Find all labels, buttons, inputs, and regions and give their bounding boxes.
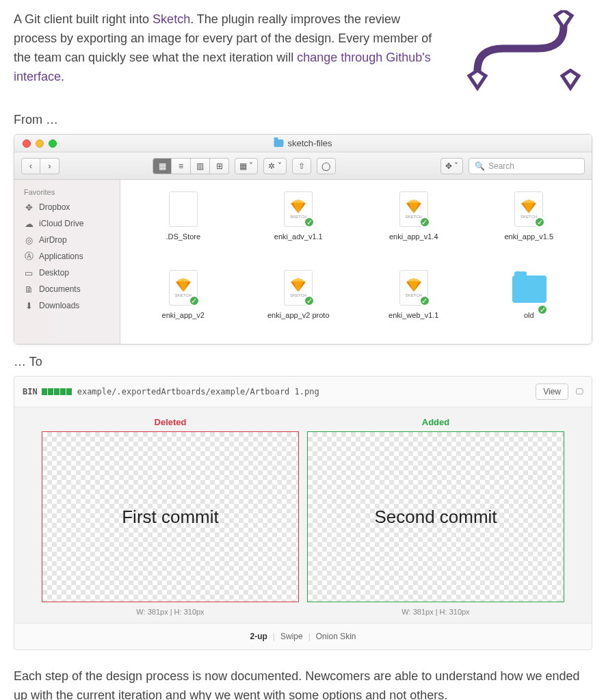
file-name: enki_adv_v1.1 (274, 232, 323, 241)
share-button[interactable]: ⇧ (292, 158, 311, 174)
from-label: From … (14, 113, 592, 127)
sidebar-item-downloads[interactable]: ⬇Downloads (14, 297, 120, 314)
sketch-file-icon: SKETCH✓ (399, 191, 428, 227)
action-button[interactable]: ✲ ˅ (263, 158, 286, 174)
window-title: sketch-files (287, 138, 332, 148)
finder-sidebar: Favorites ✥Dropbox☁iCloud Drive◎AirDropⒶ… (14, 180, 120, 344)
file-item[interactable]: SKETCH✓enki_app_v2 (127, 269, 239, 344)
diff-tab-swipe[interactable]: Swipe (275, 632, 308, 641)
sidebar-item-applications[interactable]: ⒶApplications (14, 248, 120, 265)
fullscreen-icon[interactable]: 🖵 (575, 387, 583, 396)
folder-icon (274, 139, 283, 147)
desktop-icon: ▭ (24, 268, 34, 278)
file-name: .DS_Store (166, 232, 200, 241)
search-input[interactable]: 🔍 Search (469, 158, 585, 174)
sidebar-item-dropbox[interactable]: ✥Dropbox (14, 199, 120, 215)
blank-file-icon (169, 191, 198, 227)
added-label: Added (307, 417, 564, 431)
files-grid: .DS_StoreSKETCH✓enki_adv_v1.1SKETCH✓enki… (120, 180, 592, 344)
sync-check-icon: ✓ (419, 217, 430, 228)
sketch-file-icon: SKETCH✓ (284, 191, 313, 227)
sketch-file-icon: SKETCH✓ (284, 270, 313, 306)
diff-tab-2-up[interactable]: 2-up (245, 632, 273, 641)
file-name: enki_app_v2 (162, 311, 205, 319)
bin-label: BIN (23, 387, 38, 396)
sketch-file-icon: SKETCH✓ (514, 191, 543, 227)
deleted-image-text: First commit (122, 507, 219, 528)
view-button[interactable]: View (536, 383, 568, 400)
file-item[interactable]: SKETCH✓enki_app_v1.4 (358, 190, 470, 265)
diff-file-path: example/.exportedArtboards/example/Artbo… (77, 387, 536, 396)
sketch-file-icon: SKETCH✓ (169, 270, 198, 306)
file-name: enki_app_v2 proto (267, 311, 330, 319)
intro-text-c: . (61, 70, 64, 83)
to-label: … To (14, 355, 592, 369)
arrange-button[interactable]: ▦ ˅ (235, 158, 258, 174)
git-sketch-logo (456, 10, 592, 92)
file-item[interactable]: SKETCH✓enki_app_v2 proto (243, 269, 355, 344)
list-view-button[interactable]: ≡ (172, 158, 191, 174)
view-mode-segment: ▦ ≡ ▥ ⊞ (153, 158, 229, 174)
search-placeholder: Search (488, 161, 514, 171)
added-dimensions: W: 381px | H: 310px (307, 602, 564, 619)
deleted-image: First commit (42, 431, 299, 602)
svg-marker-0 (469, 70, 486, 88)
finder-window: sketch-files ‹ › ▦ ≡ ▥ ⊞ ▦ ˅ ✲ ˅ ⇧ ◯ ✥ ˅… (14, 134, 592, 345)
diff-header: BIN example/.exportedArtboards/example/A… (14, 377, 592, 407)
file-item[interactable]: .DS_Store (127, 190, 239, 265)
file-item[interactable]: SKETCH✓enki_app_v1.5 (473, 190, 585, 265)
file-item[interactable]: SKETCH✓enki_web_v1.1 (358, 269, 470, 344)
svg-marker-1 (562, 70, 579, 88)
sidebar-item-desktop[interactable]: ▭Desktop (14, 265, 120, 281)
sidebar-item-label: Documents (39, 284, 81, 294)
sidebar-item-label: Downloads (39, 301, 79, 310)
docs-icon: 🗎 (24, 284, 34, 294)
sidebar-header: Favorites (14, 185, 120, 199)
file-item[interactable]: ✓old (473, 269, 585, 344)
sketch-link[interactable]: Sketch (153, 12, 190, 26)
intro-paragraph: A Git client built right into Sketch. Th… (14, 10, 442, 87)
maximize-icon[interactable] (49, 139, 57, 148)
airdrop-icon: ◎ (24, 235, 34, 245)
sync-check-icon: ✓ (189, 295, 200, 306)
added-image-text: Second commit (374, 507, 497, 528)
sidebar-item-label: Desktop (39, 268, 69, 278)
outro-paragraph: Each step of the design process is now d… (14, 667, 592, 700)
file-item[interactable]: SKETCH✓enki_adv_v1.1 (243, 190, 355, 265)
sidebar-item-documents[interactable]: 🗎Documents (14, 281, 120, 297)
intro-text-a: A Git client built right into (14, 12, 153, 26)
icon-view-button[interactable]: ▦ (153, 158, 172, 174)
sync-check-icon: ✓ (304, 217, 315, 228)
finder-titlebar: sketch-files (14, 135, 592, 152)
deleted-label: Deleted (42, 417, 299, 431)
sync-check-icon: ✓ (537, 304, 548, 315)
sidebar-item-label: Dropbox (39, 202, 70, 212)
apps-icon: Ⓐ (24, 252, 34, 261)
diff-mode-tabs: 2-up|Swipe|Onion Skin (14, 623, 592, 649)
minimize-icon[interactable] (36, 139, 44, 148)
diff-tab-onion-skin[interactable]: Onion Skin (311, 632, 362, 641)
sync-check-icon: ✓ (419, 295, 430, 306)
forward-button[interactable]: › (40, 158, 60, 174)
folder-icon: ✓ (512, 275, 545, 314)
close-icon[interactable] (23, 139, 31, 148)
search-icon: 🔍 (475, 161, 485, 171)
coverflow-view-button[interactable]: ⊞ (210, 158, 229, 174)
sidebar-item-airdrop[interactable]: ◎AirDrop (14, 232, 120, 248)
deleted-dimensions: W: 381px | H: 310px (42, 602, 299, 619)
column-view-button[interactable]: ▥ (191, 158, 210, 174)
sync-check-icon: ✓ (304, 295, 315, 306)
tags-button[interactable]: ◯ (317, 158, 336, 174)
added-image: Second commit (307, 431, 564, 602)
downloads-icon: ⬇ (24, 301, 34, 310)
sidebar-item-label: iCloud Drive (39, 219, 83, 228)
sidebar-item-icloud-drive[interactable]: ☁iCloud Drive (14, 215, 120, 232)
diff-stat-blocks (42, 388, 72, 395)
file-name: enki_app_v1.5 (504, 232, 553, 241)
dropbox-button[interactable]: ✥ ˅ (440, 158, 463, 174)
sketch-file-icon: SKETCH✓ (399, 270, 428, 306)
back-button[interactable]: ‹ (21, 158, 40, 174)
sidebar-item-label: Applications (39, 252, 83, 261)
svg-marker-2 (555, 10, 572, 28)
file-name: enki_app_v1.4 (389, 232, 438, 241)
